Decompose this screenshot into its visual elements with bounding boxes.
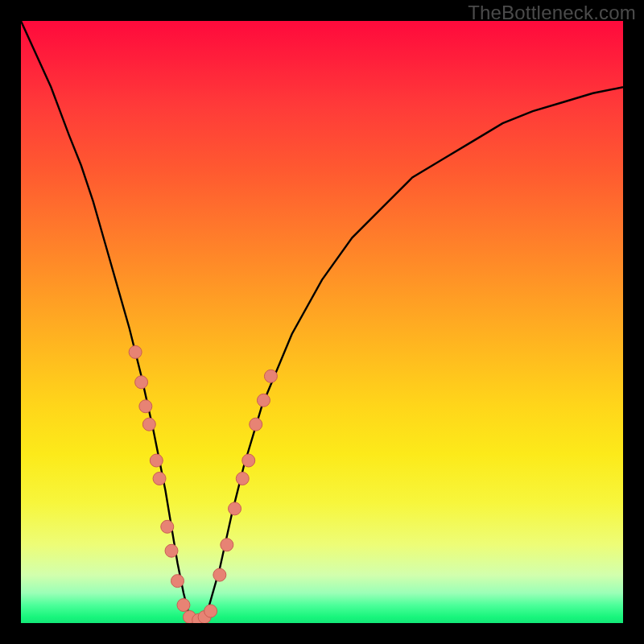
data-marker bbox=[142, 418, 155, 431]
plot-area bbox=[21, 21, 623, 623]
data-marker bbox=[129, 345, 142, 358]
data-marker bbox=[264, 369, 277, 382]
data-marker bbox=[135, 376, 148, 389]
watermark-text: TheBottleneck.com bbox=[468, 2, 636, 24]
bottleneck-curve bbox=[21, 21, 623, 623]
marker-group bbox=[129, 345, 277, 623]
data-marker bbox=[236, 472, 249, 485]
data-marker bbox=[242, 454, 255, 467]
data-marker bbox=[161, 520, 174, 533]
data-marker bbox=[213, 568, 226, 581]
data-marker bbox=[150, 454, 163, 467]
outer-frame: TheBottleneck.com bbox=[0, 0, 644, 644]
data-marker bbox=[229, 502, 242, 515]
data-marker bbox=[257, 394, 270, 407]
data-marker bbox=[171, 575, 184, 588]
curve-svg bbox=[21, 21, 623, 623]
data-marker bbox=[250, 418, 262, 431]
data-marker bbox=[204, 605, 217, 617]
data-marker bbox=[221, 539, 233, 551]
data-marker bbox=[139, 400, 152, 413]
data-marker bbox=[165, 544, 178, 557]
data-marker bbox=[153, 472, 166, 485]
data-marker bbox=[177, 599, 190, 612]
